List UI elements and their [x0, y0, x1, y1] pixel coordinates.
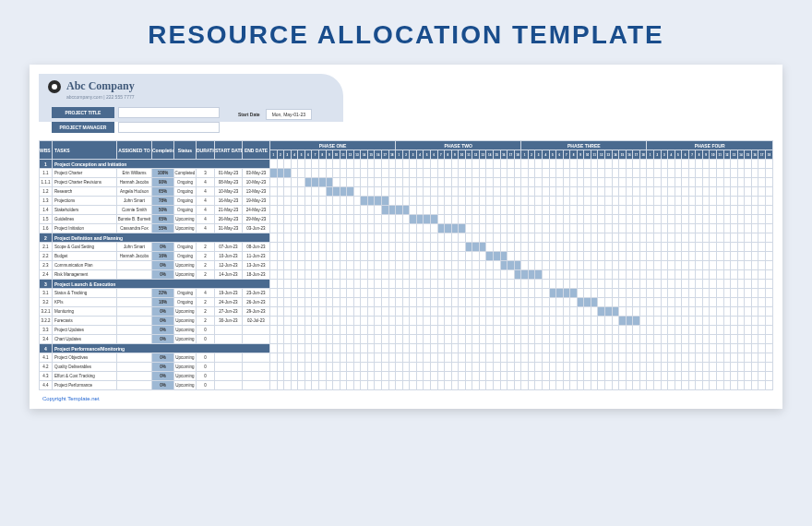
day-header: 2	[528, 150, 535, 160]
day-header: 10	[459, 150, 466, 160]
project-title-label: PROJECT TITLE	[52, 107, 114, 118]
day-header: 10	[710, 150, 717, 160]
task-row: 1.1.1Project Charter RevisionsHannah Jac…	[40, 178, 773, 187]
project-title-input[interactable]	[118, 107, 220, 118]
day-header: 7	[437, 150, 445, 160]
col-header: Completion	[152, 141, 174, 160]
day-header: 8	[445, 150, 452, 160]
day-header: 15	[745, 150, 752, 160]
task-row: 1.1Project CharterErin Williams100%Compl…	[40, 169, 773, 178]
day-header: 14	[737, 150, 745, 160]
day-header: 8	[570, 150, 578, 160]
company-branding: Abc Company	[48, 79, 135, 93]
day-header: 1	[521, 150, 529, 160]
task-row: 2.1Scope & Goal SettingJohn Smart0%Ongoi…	[40, 243, 773, 252]
project-title-field: PROJECT TITLE	[52, 107, 220, 118]
day-header: 7	[688, 150, 696, 160]
day-header: 4	[291, 150, 298, 160]
day-header: 17	[758, 150, 766, 160]
day-header: 3	[410, 150, 417, 160]
section-row: 2Project Definition and Planning	[40, 233, 773, 243]
day-header: 18	[765, 150, 772, 160]
project-manager-field: PROJECT MANAGER	[52, 122, 220, 133]
day-header: 15	[494, 150, 501, 160]
day-header: 6	[682, 150, 689, 160]
project-manager-label: PROJECT MANAGER	[52, 122, 114, 133]
day-header: 5	[298, 150, 305, 160]
col-header: TASKS	[53, 141, 117, 160]
start-date-field: Start Date Mon, May-01-23	[238, 109, 312, 120]
task-row: 3.2KPIs18%Ongoing224-Jun-2326-Jun-23	[40, 298, 773, 307]
task-row: 4.4Project Performance0%Upcoming0	[40, 381, 773, 390]
col-header: DURATION	[197, 141, 215, 160]
day-header: 9	[702, 150, 710, 160]
day-header: 7	[563, 150, 570, 160]
phase-header: PHASE ONE	[270, 141, 396, 150]
day-header: 6	[304, 150, 312, 160]
day-header: 1	[270, 150, 278, 160]
phase-header: PHASE FOUR	[647, 141, 773, 150]
task-row: 3.1Status & Tracking22%Ongoing419-Jun-23…	[40, 289, 773, 298]
gantt-chart: WBS NUMBERTASKSASSIGNED TOCompletionStat…	[39, 140, 773, 390]
task-row: 1.2ResearchAngela Hudson65%Ongoing410-Ma…	[40, 187, 773, 197]
day-header: 11	[465, 150, 472, 160]
day-header: 8	[696, 150, 703, 160]
day-header: 3	[661, 150, 668, 160]
page-title: RESOURCE ALLOCATION TEMPLATE	[0, 0, 812, 65]
project-manager-input[interactable]	[118, 122, 220, 133]
day-header: 5	[424, 150, 431, 160]
day-header: 18	[514, 150, 521, 160]
day-header: 8	[318, 150, 326, 160]
day-header: 1	[396, 150, 403, 160]
day-header: 17	[508, 150, 515, 160]
day-header: 13	[731, 150, 738, 160]
day-header: 18	[639, 150, 647, 160]
day-header: 12	[598, 150, 605, 160]
day-header: 11	[717, 150, 724, 160]
day-header: 6	[430, 150, 437, 160]
task-row: 2.4Risk Management0%Upcoming214-Jun-2318…	[40, 270, 773, 280]
task-row: 1.6Project InitiationCassandra Fox55%Upc…	[40, 224, 773, 233]
day-header: 12	[472, 150, 480, 160]
day-header: 3	[535, 150, 543, 160]
day-header: 1	[647, 150, 654, 160]
task-row: 3.2.1Monitoring0%Upcoming227-Jun-2329-Ju…	[40, 307, 773, 317]
task-row: 4.2Quality Deliverables0%Upcoming0	[40, 363, 773, 372]
col-header: START DATE	[215, 141, 243, 160]
day-header: 9	[451, 150, 459, 160]
start-date-value[interactable]: Mon, May-01-23	[266, 109, 312, 120]
day-header: 13	[605, 150, 613, 160]
task-row: 1.4StakeholdersConnie Smith50%Ongoing421…	[40, 206, 773, 215]
section-row: 1Project Conception and Initiation	[40, 160, 773, 169]
day-header: 9	[577, 150, 584, 160]
day-header: 7	[312, 150, 319, 160]
task-row: 1.3ProjectionsJohn Smart78%Ongoing416-Ma…	[40, 197, 773, 206]
day-header: 2	[653, 150, 661, 160]
copyright-link[interactable]: Copyright Template.net	[39, 390, 773, 405]
day-header: 6	[556, 150, 564, 160]
phase-header: PHASE TWO	[396, 141, 521, 150]
day-header: 10	[584, 150, 591, 160]
col-header: WBS NUMBER	[40, 141, 53, 160]
day-header: 15	[367, 150, 375, 160]
task-row: 1.5GuidelinesBonnie B. Burnett65%Upcomin…	[40, 215, 773, 224]
section-row: 3Project Launch & Execution	[40, 280, 773, 289]
day-header: 16	[626, 150, 633, 160]
phase-header: PHASE THREE	[521, 141, 647, 150]
day-header: 12	[347, 150, 354, 160]
day-header: 11	[340, 150, 347, 160]
task-row: 4.3Effort & Cost Tracking0%Upcoming0	[40, 372, 773, 381]
day-header: 18	[388, 150, 396, 160]
day-header: 10	[333, 150, 340, 160]
day-header: 3	[284, 150, 292, 160]
day-header: 16	[751, 150, 758, 160]
day-header: 5	[549, 150, 556, 160]
header-area: Abc Company abccompany.com | 222 555 777…	[39, 74, 773, 140]
day-header: 2	[402, 150, 410, 160]
spreadsheet-card: Abc Company abccompany.com | 222 555 777…	[30, 65, 782, 409]
day-header: 5	[675, 150, 682, 160]
company-name: Abc Company	[66, 79, 135, 93]
company-subline: abccompany.com | 222 555 7777	[66, 94, 134, 100]
day-header: 2	[277, 150, 284, 160]
task-row: 2.3Communication Plan0%Upcoming212-Jun-2…	[40, 261, 773, 270]
